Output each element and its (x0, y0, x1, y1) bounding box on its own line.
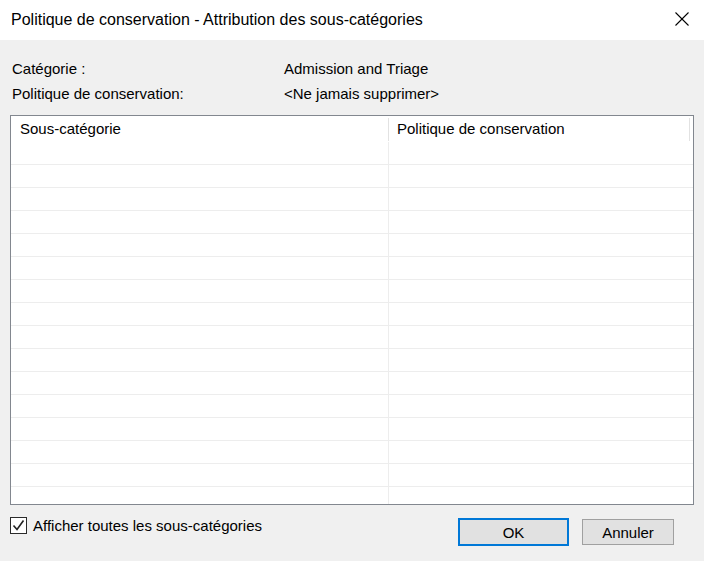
column-header-subcategory[interactable]: Sous-catégorie (20, 120, 121, 137)
subcategories-table: Sous-catégorie Politique de conservation (10, 115, 694, 505)
retention-policy-dialog: Politique de conservation - Attribution … (0, 0, 704, 561)
checkmark-icon (12, 519, 25, 532)
checkbox-box[interactable] (10, 517, 27, 534)
column-header-retention-policy[interactable]: Politique de conservation (397, 120, 565, 137)
ok-button[interactable]: OK (458, 518, 569, 546)
retention-policy-label: Politique de conservation: (12, 85, 184, 102)
titlebar: Politique de conservation - Attribution … (0, 0, 704, 40)
show-all-subcategories-checkbox[interactable]: Afficher toutes les sous-catégories (10, 516, 262, 534)
header-separator (689, 118, 690, 141)
category-value: Admission and Triage (284, 60, 428, 77)
category-row: Catégorie : Admission and Triage (0, 60, 704, 78)
close-button[interactable] (659, 0, 704, 40)
dialog-title: Politique de conservation - Attribution … (11, 0, 423, 40)
cancel-button[interactable]: Annuler (582, 519, 674, 545)
retention-policy-row: Politique de conservation: <Ne jamais su… (0, 85, 704, 103)
close-icon (674, 11, 690, 30)
header-separator (388, 118, 389, 141)
column-divider (388, 142, 389, 504)
retention-policy-value: <Ne jamais supprimer> (284, 85, 439, 102)
table-body[interactable] (11, 142, 693, 504)
table-header: Sous-catégorie Politique de conservation (11, 116, 693, 142)
checkbox-label[interactable]: Afficher toutes les sous-catégories (33, 517, 262, 534)
category-label: Catégorie : (12, 60, 85, 77)
